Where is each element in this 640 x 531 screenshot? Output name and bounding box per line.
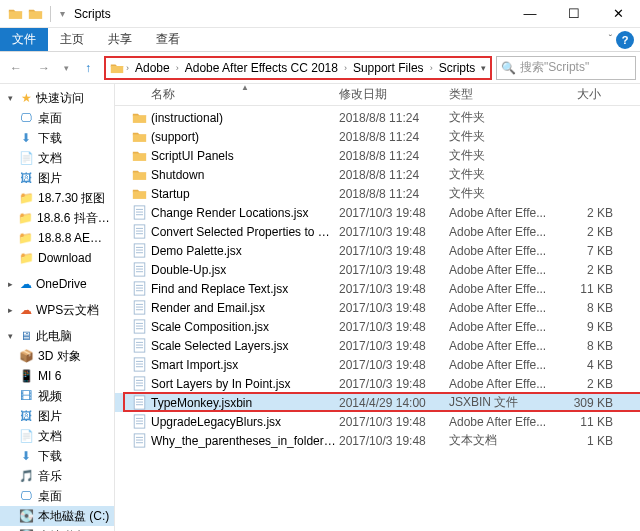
navpane-item-quick[interactable]: ⬇下载 bbox=[0, 128, 114, 148]
chevron-right-icon[interactable]: › bbox=[344, 63, 347, 73]
chevron-right-icon[interactable]: › bbox=[126, 63, 129, 73]
qat-dropdown-icon[interactable]: ▾ bbox=[57, 8, 68, 19]
file-name: Startup bbox=[151, 187, 339, 201]
nav-up-button[interactable]: ↑ bbox=[76, 56, 100, 80]
tab-file[interactable]: 文件 bbox=[0, 28, 48, 51]
file-row[interactable]: Find and Replace Text.jsx2017/10/3 19:48… bbox=[115, 279, 640, 298]
navpane-item-pc[interactable]: 🖵桌面 bbox=[0, 486, 114, 506]
ribbon-collapse-icon[interactable]: ˇ bbox=[609, 34, 612, 45]
navpane-quick-access[interactable]: ▾ ★ 快速访问 bbox=[0, 88, 114, 108]
crumb-support-files[interactable]: Support Files bbox=[349, 61, 428, 75]
file-name: UpgradeLegacyBlurs.jsx bbox=[151, 415, 339, 429]
file-icon bbox=[131, 224, 147, 240]
navpane-item-pc[interactable]: 📱MI 6 bbox=[0, 366, 114, 386]
navpane-item-quick[interactable]: 📄文档 bbox=[0, 148, 114, 168]
video-icon: 🎞 bbox=[18, 388, 34, 404]
address-dropdown-icon[interactable]: ▾ bbox=[481, 63, 486, 73]
address-bar[interactable]: › Adobe › Adobe After Effects CC 2018 › … bbox=[104, 56, 492, 80]
nav-recent-dropdown[interactable]: ▾ bbox=[60, 56, 72, 80]
file-row[interactable]: Double-Up.jsx2017/10/3 19:48Adobe After … bbox=[115, 260, 640, 279]
close-button[interactable]: ✕ bbox=[596, 0, 640, 27]
navpane-item-quick[interactable]: 🖼图片 bbox=[0, 168, 114, 188]
folder-icon bbox=[131, 110, 147, 126]
file-icon bbox=[131, 395, 147, 411]
file-row[interactable]: UpgradeLegacyBlurs.jsx2017/10/3 19:48Ado… bbox=[115, 412, 640, 431]
crumb-scripts[interactable]: Scripts bbox=[435, 61, 480, 75]
navpane-item-pc[interactable]: 💽本地磁盘 (C:) bbox=[0, 506, 114, 526]
navpane-item-pc[interactable]: 🖼图片 bbox=[0, 406, 114, 426]
column-date[interactable]: 修改日期 bbox=[335, 86, 445, 103]
refresh-icon[interactable]: ⟳ bbox=[490, 61, 492, 75]
tab-view[interactable]: 查看 bbox=[144, 28, 192, 51]
file-row[interactable]: (support)2018/8/8 11:24文件夹 bbox=[115, 127, 640, 146]
tab-home[interactable]: 主页 bbox=[48, 28, 96, 51]
tab-share[interactable]: 共享 bbox=[96, 28, 144, 51]
navpane-item-pc[interactable]: 📄文档 bbox=[0, 426, 114, 446]
chevron-right-icon[interactable]: › bbox=[430, 63, 433, 73]
app-folder-icon bbox=[6, 5, 24, 23]
crumb-adobe[interactable]: Adobe bbox=[131, 61, 174, 75]
file-icon bbox=[131, 281, 147, 297]
navpane-item-quick[interactable]: 📁18.8.8 AE教程 bbox=[0, 228, 114, 248]
column-type[interactable]: 类型 bbox=[445, 86, 555, 103]
navpane-item-label: 18.7.30 抠图 bbox=[38, 190, 105, 207]
file-row[interactable]: Scale Composition.jsx2017/10/3 19:48Adob… bbox=[115, 317, 640, 336]
navpane-item-pc[interactable]: 🎞视频 bbox=[0, 386, 114, 406]
maximize-button[interactable]: ☐ bbox=[552, 0, 596, 27]
navpane-item-pc[interactable]: 📦3D 对象 bbox=[0, 346, 114, 366]
nav-forward-button[interactable]: → bbox=[32, 56, 56, 80]
window-controls: — ☐ ✕ bbox=[508, 0, 640, 27]
file-list-area: ▲ 名称 修改日期 类型 大小 (instructional)2018/8/8 … bbox=[115, 84, 640, 531]
navpane-item-pc[interactable]: ⬇下载 bbox=[0, 446, 114, 466]
navpane-item-label: 18.8.8 AE教程 bbox=[38, 230, 114, 247]
help-icon[interactable]: ? bbox=[616, 31, 634, 49]
navpane-this-pc[interactable]: ▾ 🖥 此电脑 bbox=[0, 326, 114, 346]
file-type: Adobe After Effe... bbox=[449, 358, 559, 372]
minimize-button[interactable]: — bbox=[508, 0, 552, 27]
file-row[interactable]: Change Render Locations.jsx2017/10/3 19:… bbox=[115, 203, 640, 222]
expand-icon[interactable]: ▾ bbox=[4, 331, 16, 341]
expand-icon[interactable]: ▸ bbox=[4, 305, 16, 315]
qat-separator bbox=[50, 6, 51, 22]
file-row[interactable]: Why_the_parentheses_in_folder_name...201… bbox=[115, 431, 640, 450]
file-row[interactable]: (instructional)2018/8/8 11:24文件夹 bbox=[115, 108, 640, 127]
navpane-item-pc[interactable]: 🎵音乐 bbox=[0, 466, 114, 486]
file-row[interactable]: TypeMonkey.jsxbin2014/4/29 14:00JSXBIN 文… bbox=[115, 393, 640, 412]
file-row[interactable]: Shutdown2018/8/8 11:24文件夹 bbox=[115, 165, 640, 184]
navpane-item-quick[interactable]: 🖵桌面 bbox=[0, 108, 114, 128]
navpane-item-pc[interactable]: 💽本地磁盘 (D:) bbox=[0, 526, 114, 531]
file-row[interactable]: Render and Email.jsx2017/10/3 19:48Adobe… bbox=[115, 298, 640, 317]
file-row[interactable]: Smart Import.jsx2017/10/3 19:48Adobe Aft… bbox=[115, 355, 640, 374]
nav-back-button[interactable]: ← bbox=[4, 56, 28, 80]
navpane-item-label: 文档 bbox=[38, 428, 62, 445]
star-icon: ★ bbox=[18, 90, 34, 106]
search-input[interactable]: 🔍 搜索"Scripts" bbox=[496, 56, 636, 80]
expand-icon[interactable]: ▾ bbox=[4, 93, 16, 103]
file-row[interactable]: Demo Palette.jsx2017/10/3 19:48Adobe Aft… bbox=[115, 241, 640, 260]
navpane-item-quick[interactable]: 📁18.8.6 抖音风格 bbox=[0, 208, 114, 228]
file-size: 2 KB bbox=[559, 263, 613, 277]
file-size: 2 KB bbox=[559, 225, 613, 239]
navpane-item-label: 本地磁盘 (D:) bbox=[38, 528, 109, 532]
file-date: 2018/8/8 11:24 bbox=[339, 187, 449, 201]
qat-properties-icon[interactable] bbox=[26, 5, 44, 23]
chevron-right-icon[interactable]: › bbox=[176, 63, 179, 73]
column-size[interactable]: 大小 bbox=[555, 86, 609, 103]
file-row[interactable]: Sort Layers by In Point.jsx2017/10/3 19:… bbox=[115, 374, 640, 393]
navpane-item-quick[interactable]: 📁Download bbox=[0, 248, 114, 268]
file-name: TypeMonkey.jsxbin bbox=[151, 396, 339, 410]
file-name: Render and Email.jsx bbox=[151, 301, 339, 315]
expand-icon[interactable]: ▸ bbox=[4, 279, 16, 289]
navpane-onedrive[interactable]: ▸ ☁ OneDrive bbox=[0, 274, 114, 294]
file-type: Adobe After Effe... bbox=[449, 415, 559, 429]
file-row[interactable]: Convert Selected Properties to Mark...20… bbox=[115, 222, 640, 241]
navpane-wps[interactable]: ▸ ☁ WPS云文档 bbox=[0, 300, 114, 320]
navpane-item-label: 下载 bbox=[38, 130, 62, 147]
file-row[interactable]: ScriptUI Panels2018/8/8 11:24文件夹 bbox=[115, 146, 640, 165]
navpane-item-quick[interactable]: 📁18.7.30 抠图 bbox=[0, 188, 114, 208]
file-date: 2014/4/29 14:00 bbox=[339, 396, 449, 410]
file-row[interactable]: Scale Selected Layers.jsx2017/10/3 19:48… bbox=[115, 336, 640, 355]
file-type: 文件夹 bbox=[449, 109, 559, 126]
file-row[interactable]: Startup2018/8/8 11:24文件夹 bbox=[115, 184, 640, 203]
crumb-aecc2018[interactable]: Adobe After Effects CC 2018 bbox=[181, 61, 342, 75]
